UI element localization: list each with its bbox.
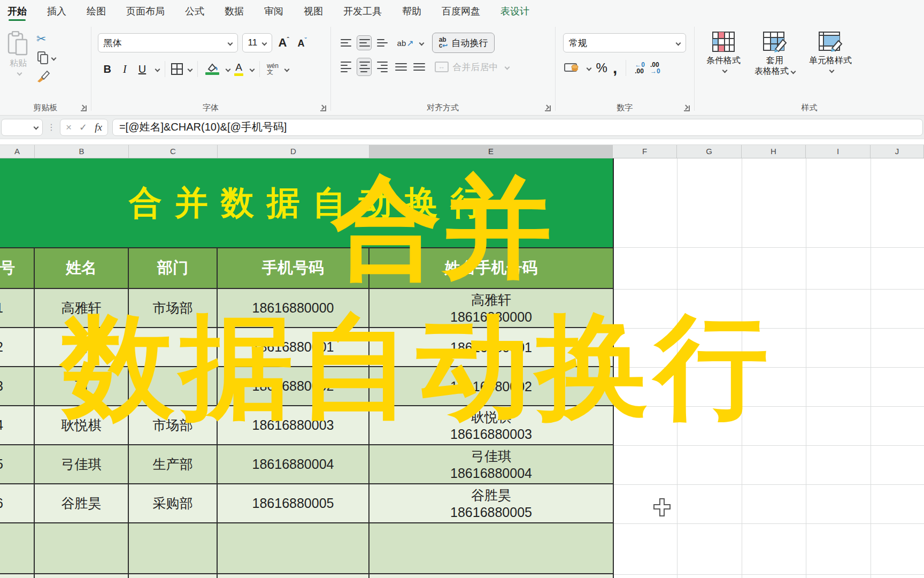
wrap-text-button[interactable]: ab c↩ 自动换行 (432, 33, 495, 53)
cell-no[interactable]: 2 (0, 328, 35, 367)
tab-review[interactable]: 审阅 (264, 0, 283, 22)
tab-insert[interactable]: 插入 (47, 0, 66, 22)
orientation-button[interactable]: ab↗ (397, 38, 414, 48)
column-header-c[interactable]: C (129, 145, 218, 158)
cell-name[interactable] (35, 523, 129, 574)
tab-table-design[interactable]: 表设计 (500, 0, 529, 22)
cell-name[interactable]: 高 (35, 328, 129, 367)
cell-phone[interactable]: 18616880000 (218, 289, 369, 328)
cell-merged[interactable]: 谷胜昊18616880005 (369, 484, 614, 523)
percent-button[interactable]: % (596, 60, 607, 75)
cell-merged[interactable] (369, 523, 614, 574)
title-banner[interactable]: 合并数据自动换行 (0, 158, 614, 247)
align-top-button[interactable] (338, 36, 353, 50)
tab-view[interactable]: 视图 (304, 0, 323, 22)
cell-dept[interactable] (129, 523, 218, 574)
cell-name[interactable]: 弓佳琪 (35, 445, 129, 484)
cancel-button[interactable]: × (66, 121, 72, 133)
align-left-button[interactable] (338, 58, 353, 75)
column-header-g[interactable]: G (677, 145, 742, 158)
column-header-a[interactable]: A (0, 145, 35, 158)
tab-home[interactable]: 开始 (7, 0, 27, 22)
cell-no[interactable]: 3 (0, 367, 35, 406)
phonetic-chevron[interactable] (284, 66, 289, 72)
cut-button[interactable]: ✂ (36, 32, 56, 46)
column-header-d[interactable]: D (218, 145, 369, 158)
borders-chevron[interactable] (188, 66, 193, 72)
clipboard-dialog-launcher[interactable] (81, 105, 87, 111)
font-dialog-launcher[interactable] (320, 105, 326, 111)
currency-chevron[interactable] (586, 65, 591, 71)
font-family-select[interactable]: 黑体 (98, 33, 238, 52)
tab-baidu-netdisk[interactable]: 百度网盘 (442, 0, 480, 22)
name-box[interactable] (1, 119, 43, 136)
column-header-j[interactable]: J (871, 145, 924, 158)
underline-button[interactable]: U (134, 62, 151, 77)
header-cell-phone[interactable]: 手机号码 (218, 247, 369, 289)
fill-color-button[interactable] (203, 63, 221, 75)
orientation-chevron[interactable] (419, 40, 424, 45)
comma-style-button[interactable]: , (613, 65, 617, 71)
align-middle-button[interactable] (357, 35, 372, 50)
decrease-indent-button[interactable] (393, 60, 408, 74)
cell-no[interactable] (0, 523, 35, 574)
header-cell-dept[interactable]: 部门 (129, 247, 218, 289)
alignment-dialog-launcher[interactable] (545, 105, 551, 111)
increase-decimal-button[interactable]: ←0.00 (635, 62, 645, 74)
font-size-select[interactable]: 11 (242, 33, 272, 52)
cell-merged[interactable]: 18616880002 (369, 367, 614, 406)
cell-merged[interactable]: 耿悦棋18616880003 (369, 406, 614, 445)
font-color-button[interactable]: A (232, 62, 245, 77)
font-color-chevron[interactable] (249, 66, 255, 72)
column-header-e[interactable]: E (369, 145, 613, 158)
insert-function-button[interactable]: fx (95, 121, 102, 133)
column-header-b[interactable]: B (35, 145, 129, 158)
cell-dept[interactable] (129, 328, 218, 367)
cell-dept[interactable]: 市场部 (129, 289, 218, 328)
cell-no[interactable]: 6 (0, 484, 35, 523)
cell-phone[interactable]: 18616880005 (218, 484, 369, 523)
cell-dept[interactable]: 市场部 (129, 406, 218, 445)
cell-dept[interactable]: 采购部 (129, 484, 218, 523)
cell-merged[interactable]: 高雅轩18616880000 (369, 289, 614, 328)
cell-merged[interactable]: 18616880001 (369, 328, 614, 367)
tab-data[interactable]: 数据 (225, 0, 244, 22)
formula-bar-handle[interactable]: ⋮ (47, 122, 56, 132)
cell-dept[interactable] (129, 367, 218, 406)
number-dialog-launcher[interactable] (684, 105, 690, 111)
cell-no[interactable]: 1 (0, 289, 35, 328)
tab-formulas[interactable]: 公式 (185, 0, 204, 22)
header-cell-no[interactable]: 序号 (0, 247, 35, 289)
cell-phone[interactable] (218, 523, 369, 574)
column-header-h[interactable]: H (742, 145, 806, 158)
cell-name[interactable]: 高 (35, 367, 129, 406)
column-header-f[interactable]: F (613, 145, 677, 158)
cell-name[interactable]: 高雅轩 (35, 289, 129, 328)
fill-color-chevron[interactable] (226, 66, 231, 72)
cell-merged[interactable]: 弓佳琪18616880004 (369, 445, 614, 484)
italic-button[interactable]: I (118, 62, 132, 77)
tab-help[interactable]: 帮助 (402, 0, 421, 22)
tab-developer[interactable]: 开发工具 (343, 0, 382, 22)
number-format-select[interactable]: 常规 (563, 33, 686, 52)
column-header-i[interactable]: I (806, 145, 871, 158)
copy-dropdown-chevron[interactable] (51, 55, 57, 60)
paste-button[interactable]: 粘贴 (7, 31, 29, 82)
increase-font-button[interactable]: Aˆ (276, 36, 291, 50)
cell-phone[interactable]: 18616880002 (218, 367, 369, 406)
cell-dept[interactable]: 生产部 (129, 445, 218, 484)
header-cell-merged[interactable]: 姓名手机号码 (369, 247, 614, 289)
cell-name[interactable]: 耿悦棋 (35, 406, 129, 445)
cell-no[interactable]: 4 (0, 406, 35, 445)
format-painter-button[interactable] (36, 70, 56, 82)
merge-center-button[interactable]: 合并后居中 (435, 61, 509, 73)
borders-button[interactable] (171, 63, 183, 75)
cell-no[interactable]: 5 (0, 445, 35, 484)
decrease-font-button[interactable]: Aˇ (296, 37, 309, 49)
cell-phone[interactable]: 18616880004 (218, 445, 369, 484)
paste-dropdown-chevron[interactable] (17, 71, 22, 76)
cell-phone[interactable]: 18616880001 (218, 328, 369, 367)
underline-chevron[interactable] (155, 66, 160, 72)
currency-button[interactable] (564, 62, 579, 74)
align-right-button[interactable] (375, 58, 390, 75)
